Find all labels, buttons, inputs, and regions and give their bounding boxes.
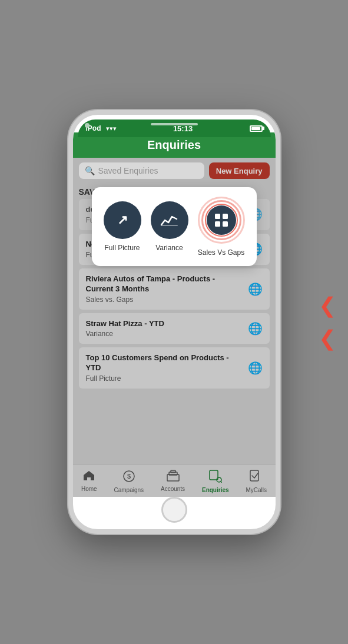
popup-option-label: Variance bbox=[155, 244, 183, 252]
home-button[interactable] bbox=[161, 497, 187, 523]
speaker-icon bbox=[85, 123, 90, 128]
grid-icon bbox=[213, 212, 230, 228]
header-title: Enquiries bbox=[147, 138, 201, 151]
svg-rect-1 bbox=[215, 214, 220, 219]
battery-icon bbox=[250, 125, 263, 132]
phone-wrapper: ❮ ❮ iPod ▾▾▾ 15:13 bbox=[0, 0, 348, 644]
svg-rect-3 bbox=[215, 221, 220, 227]
full-picture-icon: ↗ bbox=[104, 201, 141, 239]
chevron-up-icon: ❮ bbox=[319, 295, 336, 316]
status-bar: iPod ▾▾▾ 15:13 bbox=[78, 119, 271, 137]
popup-option-sales-vs-gaps[interactable]: Sales Vs Gaps bbox=[198, 197, 245, 257]
variance-svg bbox=[160, 212, 179, 228]
popup-option-variance[interactable]: Variance bbox=[151, 201, 188, 252]
side-arrows: ❮ ❮ bbox=[319, 295, 336, 349]
home-button-area bbox=[78, 495, 271, 525]
ring-wrapper bbox=[198, 197, 245, 244]
notch-bar bbox=[151, 123, 198, 125]
phone-inner-frame: iPod ▾▾▾ 15:13 Enquiries bbox=[68, 110, 280, 534]
phone-frame: iPod ▾▾▾ 15:13 Enquiries bbox=[68, 110, 280, 534]
status-bar-right bbox=[250, 125, 263, 132]
variance-icon bbox=[151, 201, 188, 239]
popup-option-label: Sales Vs Gaps bbox=[198, 248, 244, 257]
svg-rect-0 bbox=[161, 225, 178, 226]
popup-option-label: Full Picture bbox=[104, 244, 140, 252]
chevron-down-icon: ❮ bbox=[319, 328, 336, 349]
status-bar-left: iPod ▾▾▾ bbox=[86, 124, 117, 132]
wifi-icon: ▾▾▾ bbox=[106, 125, 117, 132]
popup-card: ↗ Full Picture bbox=[92, 187, 257, 266]
screen-content: 🔍 Saved Enquiries New Enquiry SAVE bbox=[73, 158, 276, 497]
popup-option-full-picture[interactable]: ↗ Full Picture bbox=[104, 201, 141, 252]
phone-screen: Enquiries 🔍 Saved Enquiries New Enquiry bbox=[73, 132, 276, 497]
svg-rect-4 bbox=[223, 221, 228, 227]
popup-overlay[interactable]: ↗ Full Picture bbox=[73, 158, 276, 497]
svg-rect-2 bbox=[223, 214, 228, 219]
sales-vs-gaps-icon bbox=[207, 205, 236, 235]
